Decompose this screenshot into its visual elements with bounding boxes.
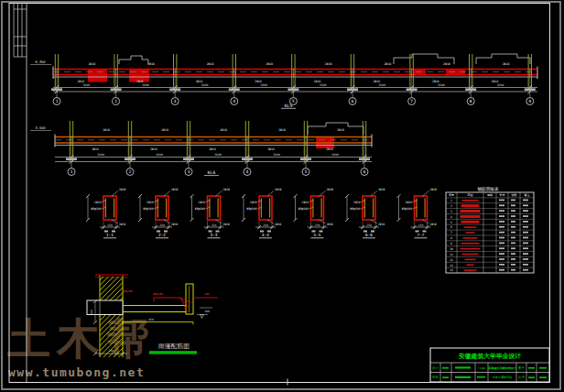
- section-bottom-note: 2Φ16: [119, 223, 126, 226]
- canopy-width-dim: 850: [148, 318, 154, 321]
- sheet-margin-grid: [14, 4, 27, 58]
- span-dimension: 3600: [273, 153, 280, 157]
- rebar-table-rownum: 9: [450, 242, 452, 245]
- section-left-note: Φ8@100: [350, 207, 360, 211]
- section-top-note: 2Φ18: [171, 188, 179, 191]
- beam2-extras: KL6 3.550: [30, 123, 363, 176]
- rebar-table-header: 编号: [449, 193, 454, 197]
- rebar-note-top: 2Φ18: [207, 62, 214, 66]
- titleblock-topic: (专题): [477, 366, 486, 370]
- section-top-note: 2Φ18: [223, 188, 231, 191]
- rebar-note-top: 2Φ18: [278, 128, 286, 132]
- span-dimension: 3600: [320, 83, 327, 87]
- beam1-elevation: 6.350: [36, 60, 46, 64]
- canopy-dist-bar-note: 2Φ8: [204, 292, 210, 296]
- rebar-table-title: 钢筋明细表: [478, 186, 499, 192]
- rebar-table-rownum: 8: [450, 236, 452, 240]
- rebar-note-top: 2Φ18: [220, 128, 227, 132]
- span-dimension: 3600: [438, 83, 445, 87]
- rebar-table-header: 规格: [487, 193, 493, 197]
- axis-bubble-number: 5: [292, 99, 295, 103]
- sheet-frame: [2, 2, 560, 389]
- title-block: 安徽建筑大学毕业设计 设计 审核 (专题) 某高层住宅楼结构设计 雨篷及梁配筋图…: [430, 348, 549, 382]
- section-width-dim: 250: [315, 223, 320, 227]
- rebar-note-bottom: 2Φ16: [77, 80, 84, 83]
- section-left-note: Φ8@100: [91, 207, 101, 211]
- section-label: 2-2: [158, 233, 166, 237]
- rebar-note-bottom: 2Φ16: [92, 147, 99, 151]
- axis-bubble-number: 8: [470, 99, 472, 103]
- section-left-note: 2Φ20: [146, 201, 154, 204]
- axis-bubble-number: 1: [70, 169, 73, 174]
- rebar-note-bottom: 2Φ16: [314, 80, 321, 83]
- rebar-table-header: 备注: [524, 193, 529, 197]
- axis-bubble-number: 4: [246, 169, 249, 174]
- rebar-note-bottom: 2Φ16: [209, 147, 216, 151]
- rebar-table-rownum: 13: [450, 264, 453, 267]
- rebar-note-bottom: 2Φ16: [432, 80, 439, 83]
- section-top-note: 2Φ18: [327, 188, 334, 191]
- rebar-note-top: 2Φ18: [161, 128, 168, 132]
- axis-bubble-number: 6: [363, 169, 366, 174]
- section-label: 5-5: [314, 233, 321, 237]
- section-top-note: 2Φ18: [275, 188, 282, 191]
- titleblock-school: 安徽建筑大学毕业设计: [459, 353, 521, 360]
- rebar-note-top: 2Φ18: [384, 62, 391, 66]
- section-top-note: 2Φ18: [430, 188, 438, 191]
- section-detail: 2Φ182Φ20Φ8@1002Φ162501-1: [86, 188, 126, 238]
- canopy-beam-depth-dim: 360: [90, 310, 93, 315]
- span-dimension: 3600: [378, 83, 385, 87]
- rebar-table-rownum: 1: [450, 199, 452, 202]
- section-left-note: 2Φ20: [406, 201, 413, 204]
- section-detail: 2Φ182Φ20Φ8@1002Φ162507-7: [397, 188, 438, 238]
- section-width-dim: 250: [159, 223, 165, 227]
- rebar-note-bottom: 2Φ16: [267, 147, 275, 151]
- rebar-note-top: 2Φ18: [443, 62, 450, 66]
- section-left-note: 2Φ20: [199, 201, 206, 204]
- canopy-detail: Φ8@200 Φ8@200 2Φ8 100 360 850 240 雨篷配筋图: [87, 275, 218, 357]
- rebar-table-header: 简图: [467, 193, 472, 197]
- axis-bubble-number: 7: [410, 99, 413, 103]
- section-label: 6-6: [365, 233, 373, 237]
- titleblock-field-design: 设计: [432, 365, 439, 370]
- beam2-elevation: 3.550: [36, 126, 46, 130]
- section-left-note: 2Φ20: [250, 201, 257, 204]
- section-top-note: 2Φ18: [119, 188, 126, 191]
- section-left-note: Φ8@100: [402, 207, 412, 211]
- rebar-note-bottom: 2Φ16: [492, 80, 499, 83]
- span-dimension: 3600: [97, 153, 104, 157]
- titleblock-field-review: 审核: [432, 376, 439, 379]
- rebar-note-bottom: 2Φ16: [326, 147, 333, 151]
- section-detail: 2Φ182Φ20Φ8@1002Φ162504-4: [242, 188, 282, 238]
- section-label: 4-4: [262, 233, 269, 237]
- section-left-note: Φ8@100: [143, 207, 153, 211]
- rebar-table: 钢筋明细表编号简图规格长度根数备注1234567891011121314: [446, 186, 534, 274]
- section-detail: 2Φ182Φ20Φ8@1002Φ162503-3: [190, 188, 231, 238]
- axis-bubble-number: 5: [305, 169, 308, 174]
- section-bottom-note: 2Φ16: [378, 223, 385, 226]
- rebar-note-top: 2Φ18: [503, 62, 510, 66]
- section-left-note: 2Φ20: [302, 201, 309, 204]
- section-label: 1-1: [106, 233, 114, 237]
- section-detail: 2Φ182Φ20Φ8@1002Φ162502-2: [138, 188, 179, 238]
- axis-bubble-number: 1: [56, 99, 59, 103]
- rebar-table-rownum: 10: [450, 247, 453, 251]
- section-left-note: Φ8@100: [298, 207, 309, 211]
- rebar-note-top: 2Φ18: [88, 62, 95, 66]
- canopy-title: 雨篷配筋图: [158, 343, 190, 350]
- rebar-note-bottom: 2Φ16: [196, 80, 203, 83]
- span-dimension: 3600: [260, 83, 267, 87]
- rebar-note-top: 2Φ18: [337, 128, 344, 132]
- axis-bubble-number: 3: [188, 169, 190, 174]
- rebar-note-top: 2Φ18: [103, 128, 110, 132]
- rebar-note-top: 2Φ18: [147, 62, 155, 66]
- drawing-canvas: KL5 6.350 KL6 3.550: [0, 0, 564, 392]
- section-label: 3-3: [211, 233, 218, 237]
- titleblock-project: 某高层住宅楼结构设计: [487, 366, 517, 370]
- canopy-wall-bar-note: Φ8@200: [123, 289, 133, 293]
- section-width-dim: 250: [212, 223, 217, 227]
- rebar-table-rownum: 12: [450, 258, 453, 262]
- span-dimension: 3600: [82, 83, 90, 87]
- section-left-note: Φ8@100: [195, 207, 205, 211]
- section-width-dim: 250: [418, 223, 424, 227]
